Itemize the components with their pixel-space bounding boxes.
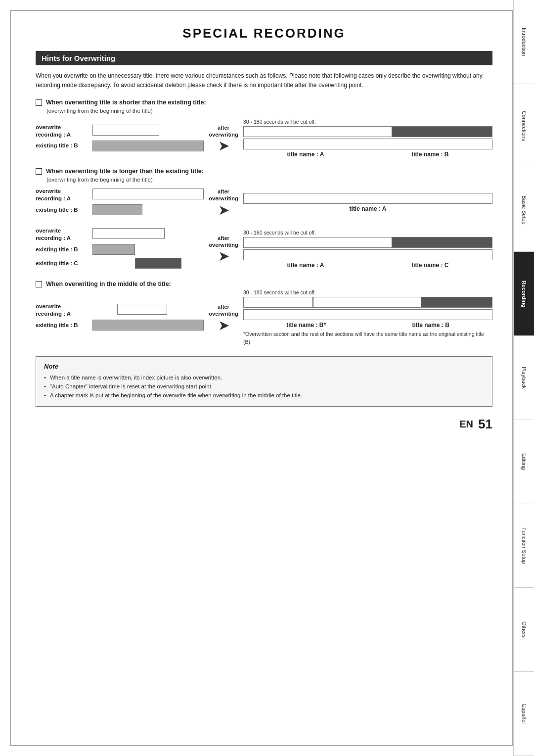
sidebar-item-playback[interactable]: Playback [513, 336, 534, 420]
diag2-right: title name : A [243, 193, 492, 212]
diag3-container: overwrite recording : A existing title :… [36, 227, 492, 271]
sidebar-item-others[interactable]: Others [513, 588, 534, 672]
diag2-title: When overwriting title is longer than th… [36, 168, 492, 175]
note-title: Note [44, 363, 484, 370]
checkbox-icon-2 [36, 168, 42, 175]
checkbox-icon-1 [36, 99, 42, 106]
diag4-title: When overwriting in the middle of the ti… [36, 281, 492, 287]
diag2-title-labels: title name : A [243, 205, 492, 212]
page-title: SPECIAL RECORDING [36, 26, 492, 41]
diag2-row1: overwrite recording : A [36, 188, 204, 202]
sidebar-item-introduction[interactable]: Introduction [513, 0, 534, 84]
diagram-2: When overwriting title is longer than th… [36, 168, 492, 217]
sidebar: Introduction Connections Basic Setup Rec… [513, 0, 534, 756]
diag2-row2: existing title : B [36, 203, 204, 216]
sidebar-item-function-setup[interactable]: Function Setup [513, 504, 534, 588]
sidebar-item-connections[interactable]: Connections [513, 84, 534, 168]
diag4-right: 30 - 180 seconds will be cut off. title … [243, 289, 492, 346]
diag2-container: overwrite recording : A existing title :… [36, 188, 492, 217]
diagram-1: When overwriting title is shorter than t… [36, 99, 492, 158]
diag3-row3: existing title : C [36, 257, 204, 270]
diag1-arrow: after overwriting ➤ [209, 124, 238, 153]
diag3-left: overwrite recording : A existing title :… [36, 227, 204, 271]
diag4-row1: overwrite recording : A [36, 303, 204, 318]
diag1-container: overwrite recording : A existing title :… [36, 119, 492, 158]
note-item-2: "Auto Chapter" interval time is reset at… [44, 382, 484, 391]
section-header: Hints for Overwriting [36, 51, 492, 65]
sidebar-item-editing[interactable]: Editing [513, 420, 534, 504]
diag4-container: overwrite recording : A existing title :… [36, 289, 492, 346]
page-en: EN [459, 419, 473, 430]
diag1-row1: overwrite recording : A [36, 124, 204, 139]
diag4-footnote: *Overwritten section and the rest of the… [243, 331, 492, 346]
page-number: 51 [478, 417, 492, 432]
diag3-row1: overwrite recording : A [36, 227, 204, 242]
page-number-area: EN 51 [36, 417, 492, 432]
diag1-right: 30 - 180 seconds will be cut off. title … [243, 119, 492, 158]
diag3-title-labels: title name : A title name : C [243, 262, 492, 269]
diag1-title-labels: title name : A title name : B [243, 151, 492, 158]
note-item-3: A chapter mark is put at the beginning o… [44, 391, 484, 400]
intro-text: When you overwrite on the unnecessary ti… [36, 71, 492, 90]
diag1-row2: existing title : B [36, 140, 204, 152]
diag4-cut: 30 - 180 seconds will be cut off. [243, 289, 492, 295]
diag3-row2: existing title : B [36, 243, 204, 256]
diag4-arrow: after overwriting ➤ [209, 303, 238, 332]
note-box: Note When a title name is overwritten, i… [36, 356, 492, 407]
diag4-title-labels: title name : B* title name : B [243, 322, 492, 329]
diag2-arrow: after overwriting ➤ [209, 188, 238, 217]
diagram-3: overwrite recording : A existing title :… [36, 227, 492, 271]
diag2-sub: (overwriting from the beginning of the t… [46, 177, 492, 183]
diag4-row2: existing title : B [36, 319, 204, 331]
checkbox-icon-4 [36, 281, 42, 287]
diag3-right: 30 - 180 seconds will be cut off. title … [243, 230, 492, 269]
diagram-4: When overwriting in the middle of the ti… [36, 281, 492, 346]
diag1-title: When overwriting title is shorter than t… [36, 99, 492, 106]
diag3-cut: 30 - 180 seconds will be cut off. [243, 230, 492, 236]
note-item-1: When a title name is overwritten, its in… [44, 373, 484, 382]
diag1-cut: 30 - 180 seconds will be cut off. [243, 119, 492, 125]
diag1-sub: (overwriting from the beginning of the t… [46, 108, 492, 114]
diag1-left: overwrite recording : A existing title :… [36, 124, 204, 153]
diag2-left: overwrite recording : A existing title :… [36, 188, 204, 217]
sidebar-item-recording[interactable]: Recording [513, 252, 534, 336]
diag3-arrow: after overwriting ➤ [209, 235, 238, 264]
diag4-left: overwrite recording : A existing title :… [36, 303, 204, 332]
sidebar-item-basic-setup[interactable]: Basic Setup [513, 168, 534, 252]
sidebar-item-espanol[interactable]: Español [513, 672, 534, 756]
